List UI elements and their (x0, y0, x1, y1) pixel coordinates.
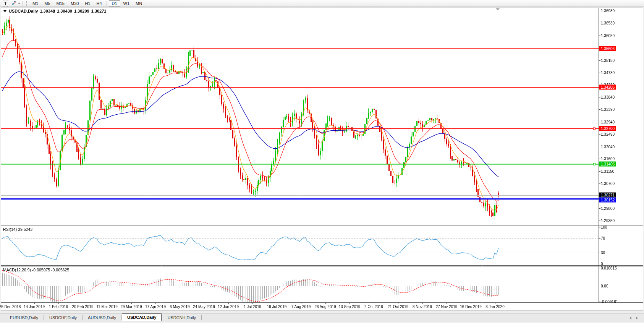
drawing-tools-button[interactable] (11, 0, 21, 6)
tab-separator (201, 315, 202, 320)
text-tool-button[interactable]: T (2, 0, 9, 6)
timeframe-button-m15[interactable]: M15 (53, 0, 68, 6)
tab-scroll-arrows (629, 317, 638, 320)
timeframe-button-m1[interactable]: M1 (29, 0, 41, 6)
timeframe-button-w1[interactable]: W1 (120, 0, 133, 6)
tab-scroll-left-button[interactable] (629, 317, 631, 320)
dropdown-caret-icon (18, 3, 20, 4)
tab-eurusd-daily[interactable]: EURUSD,Daily (5, 314, 44, 321)
toolbar-separator (23, 1, 23, 6)
timeframe-button-h1[interactable]: H1 (82, 0, 93, 6)
price-axis[interactable] (599, 8, 644, 303)
timeframe-button-d1[interactable]: D1 (109, 0, 120, 6)
timeframe-button-m5[interactable]: M5 (41, 0, 53, 6)
toolbar-separator (147, 1, 147, 6)
toolbar-grip-handle[interactable] (26, 1, 28, 6)
time-axis[interactable] (0, 303, 599, 311)
tab-usdcad-daily[interactable]: USDCAD,Daily (122, 313, 162, 321)
window-bottom-strip (0, 311, 644, 313)
timeframe-button-mn[interactable]: MN (133, 0, 145, 6)
collapse-chart-icon[interactable] (3, 10, 6, 12)
chart-tab-bar: EURUSD,DailyUSDCHF,DailyAUDUSD,DailyUSDC… (0, 313, 644, 322)
arrows-tool-icon (11, 0, 17, 7)
timeframe-toolbar: M1M5M15M30H1H4D1W1MN (29, 0, 149, 6)
tab-usdchf-daily[interactable]: USDCHF,Daily (44, 314, 82, 321)
price-chart-canvas[interactable] (0, 8, 644, 311)
tab-usdcnh-daily[interactable]: USDCNH,Daily (162, 314, 201, 321)
timeframe-button-m30[interactable]: M30 (68, 0, 82, 6)
toolbar: T M1M5M15M30H1H4D1W1MN (0, 0, 644, 7)
terminal-window: T M1M5M15M30H1H4D1W1MN USDCAD,Daily1.303… (0, 0, 644, 323)
tab-audusd-daily[interactable]: AUDUSD,Daily (83, 314, 121, 321)
tab-scroll-right-button[interactable] (636, 317, 638, 320)
timeframe-button-h4[interactable]: H4 (93, 0, 105, 6)
toolbar-separator (107, 1, 107, 6)
